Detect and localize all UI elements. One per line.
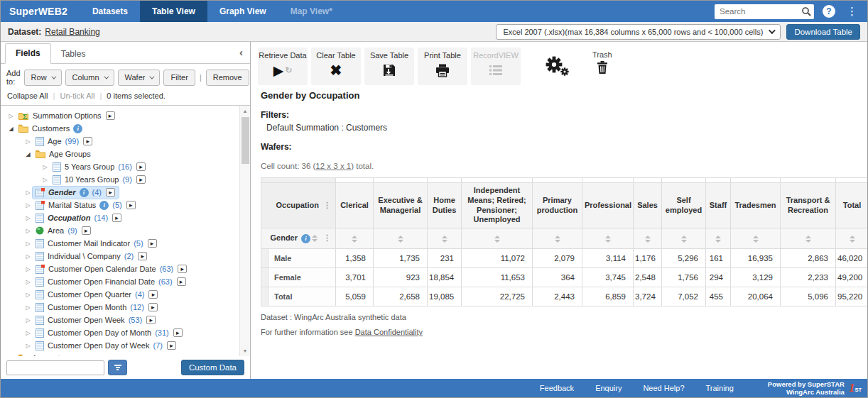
tree-item[interactable]: ▷Customer Open Week(53)▸ [1,314,250,326]
column-sort-cell[interactable] [731,228,781,249]
sort-icon[interactable] [352,236,357,243]
column-header[interactable]: Sales [634,183,662,228]
scroll-down-icon[interactable]: ▼ [240,346,250,356]
quick-add-icon[interactable]: ▸ [83,137,92,145]
sort-icon[interactable] [494,236,500,243]
sort-icon[interactable] [398,236,403,243]
scrollbar-thumb[interactable] [242,117,249,164]
row-dimension-cell[interactable]: Genderi⋮ [261,228,336,249]
footer-link-enquiry[interactable]: Enquiry [595,384,622,392]
tree-item-body[interactable]: Customer Open Financial Date(63)▸ [33,276,190,288]
footer-link-feedback[interactable]: Feedback [540,384,574,392]
quick-add-icon[interactable]: ▸ [138,252,147,260]
tree-item-body[interactable]: Customer Open Week(53)▸ [33,314,159,326]
expand-node-icon[interactable]: ▷ [23,330,33,336]
help-icon[interactable]: ? [823,5,835,18]
tab-fields[interactable]: Fields [5,43,51,64]
quick-add-icon[interactable]: ▸ [82,226,91,235]
column-sort-cell[interactable] [781,228,836,249]
nav-tab-map-view-[interactable]: Map View* [278,1,345,22]
tree-item[interactable]: ◢Customersi [1,122,250,135]
column-header[interactable]: Independent Means; Retired; Pensioner; U… [462,183,533,228]
tree-item-body[interactable]: Customersi [16,123,86,135]
tree-item[interactable]: ▷Customer Open Calendar Date(63)▸ [1,262,250,275]
column-header[interactable]: Total [836,183,868,228]
tree-item-body[interactable]: Customer Open Quarter(4)▸ [33,289,161,301]
expand-node-icon[interactable]: ▷ [23,253,33,260]
sort-icon[interactable] [442,236,447,243]
tree-item[interactable]: ▷Age(99)▸ [1,135,250,148]
expand-node-icon[interactable]: ▷ [23,279,33,285]
tree-item-body[interactable]: Customer Open Calendar Date(63)▸ [33,263,190,275]
info-icon[interactable]: i [99,201,109,210]
quick-add-icon[interactable]: ▸ [177,277,186,286]
tree-item[interactable]: ▷10 Years Group(9)▸ [1,173,250,186]
tree-scrollbar[interactable]: ▲ ▼ [239,106,250,356]
overflow-menu-icon[interactable]: ⋮ [844,5,860,18]
tree-item[interactable]: ▷Customer Open Quarter(4)▸ [1,288,250,301]
tree-item-body[interactable]: Individual \ Company(2)▸ [33,250,151,262]
column-menu-icon[interactable]: ⋮ [323,201,331,209]
expand-node-icon[interactable]: ▷ [23,202,33,209]
expand-node-icon[interactable]: ▷ [23,317,33,324]
quick-add-icon[interactable]: ▸ [146,316,156,324]
tree-item-body[interactable]: 5 Years Group(16)▸ [50,161,149,173]
scroll-up-icon[interactable]: ▲ [240,106,250,116]
tree-item-body[interactable]: Marital Statusi(5)▸ [33,199,139,211]
download-table-button[interactable]: Download Table [786,24,860,40]
dataset-link[interactable]: Retail Banking [45,27,99,37]
expand-node-icon[interactable]: ▷ [40,164,50,170]
column-header[interactable]: Clerical [336,183,374,228]
sidebar-collapse-icon[interactable]: ‹ [239,46,243,58]
save-table-button[interactable]: Save Table [364,48,414,85]
column-sort-cell[interactable] [462,228,533,249]
export-format-select[interactable]: Excel 2007 (.xlsx)(max 16,384 columns x … [496,24,781,40]
tree-item[interactable]: ◢Accounts [1,352,250,356]
column-header[interactable]: Transport & Recreation [781,183,836,228]
expand-node-icon[interactable]: ▷ [23,292,33,298]
retrieve-data-button[interactable]: Retrieve Data▶↻ [258,48,308,85]
quick-add-icon[interactable]: ▸ [106,111,115,120]
tree-item[interactable]: ▷Customer Open Financial Date(63)▸ [1,275,250,288]
tree-item-body[interactable]: Customer Open Day of Week(7)▸ [33,340,180,352]
tree-item-body[interactable]: Age(99)▸ [33,136,96,148]
column-sort-cell[interactable] [634,228,662,249]
quick-add-icon[interactable]: ▸ [148,239,157,248]
nav-tab-datasets[interactable]: Datasets [80,1,140,22]
sort-icon[interactable] [850,236,855,243]
tree-item[interactable]: ▷Individual \ Company(2)▸ [1,250,250,262]
nav-tab-graph-view[interactable]: Graph View [207,1,278,22]
tree-item-body[interactable]: Accounts [16,353,67,357]
search-icon[interactable] [801,6,811,16]
add-to-filter-button[interactable]: Filter [163,70,195,86]
tree-item-body[interactable]: ΣSummation Options▸ [16,110,119,122]
tree-item[interactable]: ▷Customer Open Day of Week(7)▸ [1,339,250,352]
tree-item[interactable]: ▷Customer Open Month(12)▸ [1,301,250,314]
quick-add-icon[interactable]: ▸ [178,265,187,273]
footer-link-training[interactable]: Training [706,384,734,392]
add-to-row-button[interactable]: Row [24,70,62,86]
collapse-node-icon[interactable]: ◢ [6,355,16,357]
sort-icon[interactable] [805,236,811,243]
quick-add-icon[interactable]: ▸ [167,341,176,350]
info-icon[interactable]: i [73,124,82,133]
column-sort-cell[interactable] [428,228,462,249]
quick-add-icon[interactable]: ▸ [173,328,183,337]
tree-item[interactable]: ▷Customer Mail Indicator(5)▸ [1,237,250,250]
sort-icon[interactable] [681,236,687,243]
expand-node-icon[interactable]: ▷ [23,266,33,272]
tree-item-body[interactable]: Customer Open Day of Month(31)▸ [33,327,186,339]
quick-add-icon[interactable]: ▸ [136,175,146,184]
tree-item[interactable]: ▷Occupation(14)▸ [1,211,250,224]
column-header[interactable]: Tradesmen [731,183,781,228]
sort-icon[interactable] [555,236,560,243]
quick-add-icon[interactable]: ▸ [148,303,158,311]
tree-item-body[interactable]: Customer Mail Indicator(5)▸ [33,238,161,250]
collapse-node-icon[interactable]: ◢ [23,151,33,157]
clear-table-button[interactable]: Clear Table✖ [311,48,361,85]
nav-tab-table-view[interactable]: Table View [140,1,207,22]
column-dimension-cell[interactable]: Occupation⋮ [261,183,336,228]
expand-node-icon[interactable]: ▷ [23,138,33,145]
expand-node-icon[interactable]: ▷ [23,189,33,196]
footer-link-need-help-[interactable]: Need Help? [643,384,684,392]
